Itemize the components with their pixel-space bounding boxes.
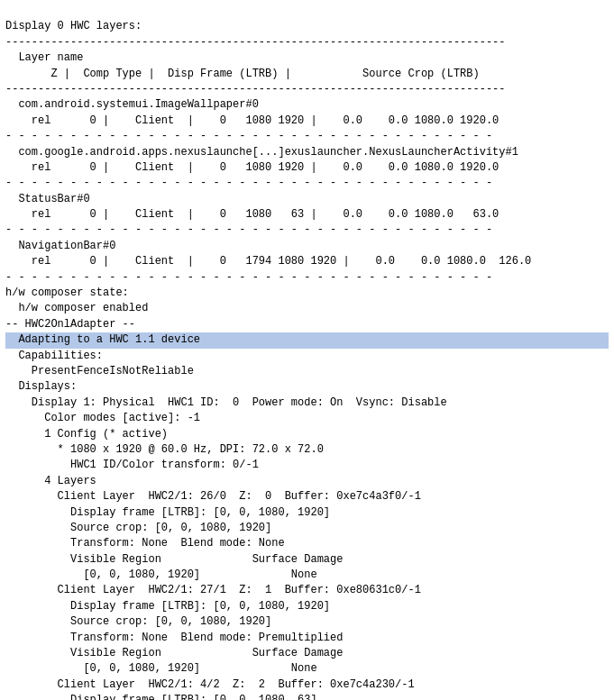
terminal-line: Layer name [5,50,609,66]
terminal-line: com.google.android.apps.nexuslaunche[...… [5,145,609,160]
terminal-line: rel 0 | Client | 0 1080 1920 | 0.0 0.0 1… [5,160,609,176]
terminal-line: [0, 0, 1080, 1920] None [5,661,609,677]
terminal-line: - - - - - - - - - - - - - - - - - - - - … [5,176,609,191]
terminal-line: Transform: None Blend mode: None [5,536,609,551]
terminal-line: NavigationBar#0 [5,239,609,254]
terminal-line: Display frame [LTRB]: [0, 0, 1080, 1920] [5,599,609,614]
terminal-line: PresentFenceIsNotReliable [5,364,609,379]
terminal-line: - - - - - - - - - - - - - - - - - - - - … [5,270,609,286]
terminal-line: Client Layer HWC2/1: 4/2 Z: 2 Buffer: 0x… [5,677,609,693]
terminal-line: Display frame [LTRB]: [0, 0, 1080, 1920] [5,505,609,521]
terminal-line: - - - - - - - - - - - - - - - - - - - - … [5,223,609,238]
terminal-line: Adapting to a HWC 1.1 device [5,332,609,348]
terminal-line: -- HWC2OnlAdapter -- [5,317,609,332]
terminal-line: Display 0 HWC layers: [5,19,609,34]
terminal-line: 1 Config (* active) [5,427,609,442]
terminal-line: h/w composer state: [5,286,609,301]
terminal-line: Source crop: [0, 0, 1080, 1920] [5,614,609,630]
terminal-line: Visible Region Surface Damage [5,646,609,661]
terminal-line: rel 0 | Client | 0 1080 1920 | 0.0 0.0 1… [5,114,609,129]
terminal-line: Display 1: Physical HWC1 ID: 0 Power mod… [5,395,609,411]
terminal-line: Transform: None Blend mode: Premultiplie… [5,631,609,646]
terminal-line: com.android.systemui.ImageWallpaper#0 [5,97,609,113]
terminal-line: ----------------------------------------… [5,35,609,50]
terminal-line: HWC1 ID/Color transform: 0/-1 [5,458,609,473]
terminal-line: Color modes [active]: -1 [5,411,609,426]
terminal-line: Visible Region Surface Damage [5,552,609,568]
terminal-line: Capabilities: [5,349,609,364]
terminal-line: rel 0 | Client | 0 1794 1080 1920 | 0.0 … [5,254,609,269]
terminal-line: Client Layer HWC2/1: 26/0 Z: 0 Buffer: 0… [5,489,609,505]
terminal-line: h/w composer enabled [5,301,609,316]
terminal-line: ----------------------------------------… [5,82,609,97]
terminal-line: rel 0 | Client | 0 1080 63 | 0.0 0.0 108… [5,207,609,223]
terminal-line: [0, 0, 1080, 1920] None [5,568,609,583]
terminal-output: const data = JSON.parse(document.getElem… [0,0,614,700]
terminal-line: Z | Comp Type | Disp Frame (LTRB) | Sour… [5,67,609,82]
terminal-line: - - - - - - - - - - - - - - - - - - - - … [5,129,609,144]
terminal-line: Display frame [LTRB]: [0, 0, 1080, 63] [5,693,609,700]
terminal-line: Displays: [5,379,609,395]
terminal-line: * 1080 x 1920 @ 60.0 Hz, DPI: 72.0 x 72.… [5,442,609,458]
terminal-line: 4 Layers [5,474,609,489]
terminal-line: StatusBar#0 [5,192,609,207]
terminal-line: Client Layer HWC2/1: 27/1 Z: 1 Buffer: 0… [5,583,609,598]
terminal-line: Source crop: [0, 0, 1080, 1920] [5,521,609,536]
